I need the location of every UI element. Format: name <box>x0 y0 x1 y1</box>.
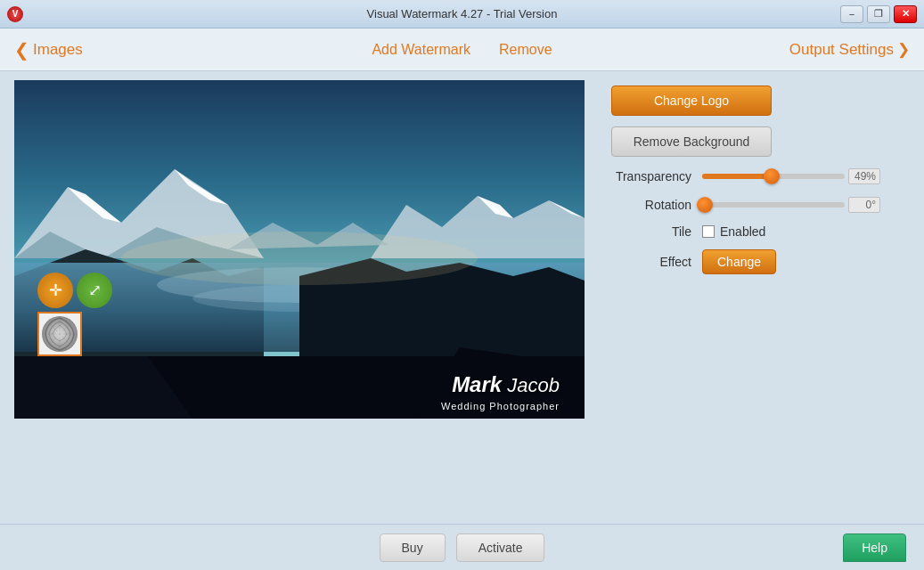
rotation-row: Rotation 0° <box>611 196 906 214</box>
restore-button[interactable]: ❐ <box>867 5 890 23</box>
rotation-label: Rotation <box>611 198 691 212</box>
rotation-slider[interactable]: 0° <box>702 196 906 214</box>
buy-button[interactable]: Buy <box>380 533 446 562</box>
tile-row: Tile Enabled <box>611 224 906 239</box>
watermark-lastname: Jacob <box>507 374 560 396</box>
effect-row: Effect Change <box>611 249 906 274</box>
title-bar: V Visual Watermark 4.27 - Trial Version … <box>0 0 924 28</box>
transparency-value: 49% <box>848 168 880 184</box>
effect-change-button[interactable]: Change <box>702 249 776 274</box>
transparency-row: Transparency 49% <box>611 167 906 185</box>
nav-center: Add Watermark Remove <box>372 42 552 58</box>
nav-add-watermark[interactable]: Add Watermark <box>372 42 470 58</box>
forward-chevron-icon: ❯ <box>897 40 910 59</box>
tool-row: ✛ ⤢ <box>37 273 112 308</box>
nav-output-settings[interactable]: Output Settings ❯ <box>789 40 910 59</box>
transparency-track <box>702 174 845 179</box>
landscape-image <box>14 80 585 419</box>
watermark-firstname: Mark <box>452 372 502 396</box>
transparency-thumb[interactable] <box>764 168 780 184</box>
activate-button[interactable]: Activate <box>456 533 545 562</box>
logo-svg <box>40 314 79 354</box>
watermark-subtitle: Wedding Photographer <box>441 401 560 411</box>
move-button[interactable]: ✛ <box>37 273 73 308</box>
nav-bar: ❮ Images Add Watermark Remove Output Set… <box>0 28 924 71</box>
bottom-bar: Buy Activate Help <box>0 524 924 570</box>
nav-right-label: Output Settings <box>789 41 894 59</box>
nav-remove[interactable]: Remove <box>499 42 552 58</box>
image-container: Mark Jacob Wedding Photographer ✛ ⤢ <box>14 80 585 419</box>
remove-background-button[interactable]: Remove Background <box>611 126 772 157</box>
transparency-slider[interactable]: 49% <box>702 167 906 185</box>
main-content: Mark Jacob Wedding Photographer ✛ ⤢ <box>0 71 924 524</box>
svg-point-14 <box>121 232 478 285</box>
minimize-button[interactable]: − <box>840 5 863 23</box>
rotation-thumb[interactable] <box>697 197 713 213</box>
right-panel: Change Logo Remove Background Transparen… <box>593 71 924 524</box>
close-button[interactable]: ✕ <box>894 5 917 23</box>
transparency-label: Transparency <box>611 169 691 183</box>
back-chevron-icon: ❮ <box>14 39 29 61</box>
resize-button[interactable]: ⤢ <box>77 273 112 308</box>
logo-thumbnail[interactable] <box>37 312 82 356</box>
change-logo-button[interactable]: Change Logo <box>611 86 772 116</box>
window-title: Visual Watermark 4.27 - Trial Version <box>367 7 558 20</box>
tile-checkbox-label: Enabled <box>720 224 765 239</box>
nav-back[interactable]: ❮ Images <box>14 39 83 61</box>
effect-label: Effect <box>611 255 691 269</box>
transparency-fill <box>702 174 772 179</box>
tile-checkbox[interactable] <box>702 225 715 238</box>
bottom-center-buttons: Buy Activate <box>380 533 545 562</box>
title-bar-left: V <box>7 6 23 22</box>
image-area: Mark Jacob Wedding Photographer ✛ ⤢ <box>0 71 593 524</box>
tile-checkbox-container: Enabled <box>702 224 765 239</box>
rotation-value: 0° <box>848 197 880 213</box>
title-bar-controls: − ❐ ✕ <box>840 5 917 23</box>
watermark-name: Mark Jacob <box>452 372 560 397</box>
tile-label: Tile <box>611 224 691 239</box>
rotation-track <box>702 202 845 208</box>
app-icon: V <box>7 6 23 22</box>
nav-back-label: Images <box>33 41 83 59</box>
move-icon: ✛ <box>49 281 62 300</box>
help-button[interactable]: Help <box>843 533 906 562</box>
overlay-tools: ✛ ⤢ <box>37 273 112 356</box>
resize-icon: ⤢ <box>88 281 102 300</box>
